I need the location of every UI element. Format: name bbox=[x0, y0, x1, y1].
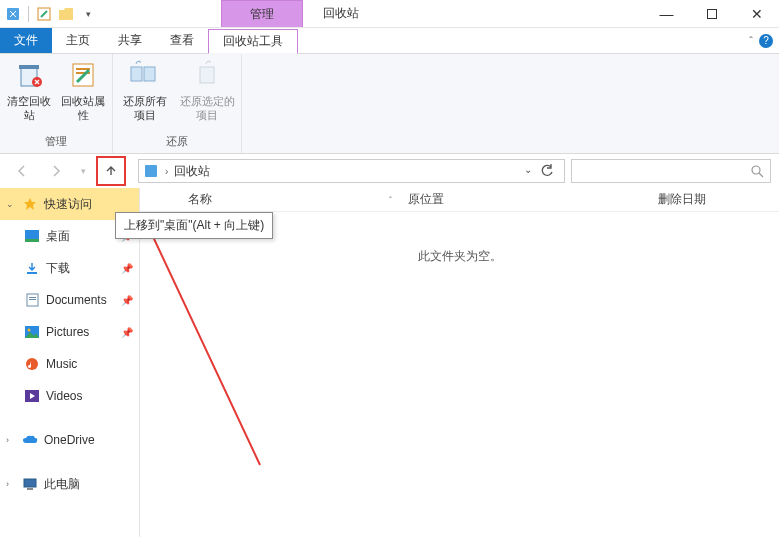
folder-icon[interactable] bbox=[57, 5, 75, 23]
svg-rect-19 bbox=[29, 299, 36, 300]
address-bar[interactable]: › 回收站 ⌄ bbox=[138, 159, 565, 183]
sidebar-item-pictures[interactable]: Pictures 📌 bbox=[18, 316, 139, 348]
title-bar: ▾ 管理 回收站 — ✕ bbox=[0, 0, 779, 28]
svg-rect-2 bbox=[707, 9, 716, 18]
pin-icon: 📌 bbox=[121, 263, 133, 274]
breadcrumb-item[interactable]: 回收站 bbox=[174, 163, 210, 180]
qat-dropdown-icon[interactable]: ▾ bbox=[79, 5, 97, 23]
contextual-tab-area: 管理 bbox=[221, 0, 303, 27]
star-icon bbox=[22, 196, 38, 212]
separator bbox=[28, 6, 29, 22]
svg-rect-9 bbox=[131, 67, 142, 81]
svg-point-13 bbox=[752, 166, 760, 174]
column-headers: 名称 ˆ 原位置 删除日期 bbox=[140, 188, 779, 212]
address-dropdown-icon[interactable]: ⌄ bbox=[524, 164, 532, 178]
window-title: 回收站 bbox=[303, 5, 644, 22]
content-area: ⌄ 快速访问 桌面 📌 下载 📌 Documents 📌 bbox=[0, 188, 779, 537]
svg-rect-4 bbox=[19, 65, 39, 69]
navigation-row: ▾ › 回收站 ⌄ bbox=[0, 154, 779, 188]
empty-recycle-icon bbox=[13, 58, 45, 90]
pin-icon: 📌 bbox=[121, 295, 133, 306]
onedrive-icon bbox=[22, 432, 38, 448]
up-button-tooltip: 上移到"桌面"(Alt + 向上键) bbox=[115, 212, 273, 239]
tab-share[interactable]: 共享 bbox=[104, 28, 156, 53]
tab-recycle-tools[interactable]: 回收站工具 bbox=[208, 29, 298, 54]
pictures-icon bbox=[24, 324, 40, 340]
svg-rect-25 bbox=[27, 488, 33, 490]
collapse-ribbon-icon[interactable]: ˆ bbox=[749, 35, 753, 47]
history-dropdown[interactable]: ▾ bbox=[76, 157, 90, 185]
sidebar-item-videos[interactable]: Videos bbox=[18, 380, 139, 412]
sidebar-item-this-pc[interactable]: › 此电脑 bbox=[0, 468, 139, 500]
up-button[interactable] bbox=[96, 156, 126, 186]
tab-file[interactable]: 文件 bbox=[0, 28, 52, 53]
recycle-properties-button[interactable]: 回收站属性 bbox=[60, 58, 106, 122]
expand-icon[interactable]: › bbox=[6, 435, 16, 445]
svg-point-21 bbox=[28, 329, 31, 332]
column-delete-date[interactable]: 删除日期 bbox=[650, 191, 779, 208]
ribbon-group-manage: 清空回收站 回收站属性 管理 bbox=[0, 54, 113, 153]
sidebar-item-downloads[interactable]: 下载 📌 bbox=[18, 252, 139, 284]
music-icon bbox=[24, 356, 40, 372]
properties-icon[interactable] bbox=[35, 5, 53, 23]
window-controls: — ✕ bbox=[644, 0, 779, 28]
forward-button[interactable] bbox=[42, 157, 70, 185]
svg-rect-18 bbox=[29, 297, 36, 298]
ribbon-tabs: 文件 主页 共享 查看 回收站工具 ˆ ? bbox=[0, 28, 779, 54]
expand-icon[interactable]: › bbox=[6, 479, 16, 489]
svg-rect-10 bbox=[144, 67, 155, 81]
sidebar-item-documents[interactable]: Documents 📌 bbox=[18, 284, 139, 316]
quick-access-toolbar: ▾ bbox=[0, 5, 101, 23]
sidebar-item-onedrive[interactable]: › OneDrive bbox=[0, 424, 139, 456]
documents-icon bbox=[24, 292, 40, 308]
restore-selected-icon bbox=[191, 58, 223, 90]
back-button[interactable] bbox=[8, 157, 36, 185]
navigation-pane: ⌄ 快速访问 桌面 📌 下载 📌 Documents 📌 bbox=[0, 188, 140, 537]
svg-point-22 bbox=[26, 358, 38, 370]
recycle-bin-icon bbox=[4, 5, 22, 23]
help-icon[interactable]: ? bbox=[759, 34, 773, 48]
tab-view[interactable]: 查看 bbox=[156, 28, 208, 53]
search-icon bbox=[750, 164, 764, 178]
sort-indicator-icon: ˆ bbox=[389, 195, 392, 205]
restore-all-button[interactable]: 还原所有项目 bbox=[119, 58, 171, 122]
ribbon-group-restore: 还原所有项目 还原选定的项目 还原 bbox=[113, 54, 242, 153]
context-tab-label: 管理 bbox=[221, 0, 303, 27]
tab-home[interactable]: 主页 bbox=[52, 28, 104, 53]
ribbon: 清空回收站 回收站属性 管理 还原所有项目 还原选定的 bbox=[0, 54, 779, 154]
this-pc-icon bbox=[22, 476, 38, 492]
svg-rect-14 bbox=[25, 230, 39, 239]
maximize-button[interactable] bbox=[689, 0, 734, 28]
pin-icon: 📌 bbox=[121, 327, 133, 338]
svg-rect-11 bbox=[200, 67, 214, 83]
search-box[interactable] bbox=[571, 159, 771, 183]
svg-rect-15 bbox=[25, 239, 39, 242]
main-pane: 名称 ˆ 原位置 删除日期 此文件夹为空。 bbox=[140, 188, 779, 537]
chevron-right-icon[interactable]: › bbox=[165, 166, 168, 177]
restore-all-icon bbox=[129, 58, 161, 90]
restore-selected-button[interactable]: 还原选定的项目 bbox=[179, 58, 235, 122]
svg-rect-12 bbox=[145, 165, 157, 177]
column-name[interactable]: 名称 ˆ bbox=[140, 191, 400, 208]
svg-rect-16 bbox=[27, 272, 37, 274]
desktop-icon bbox=[24, 228, 40, 244]
recycle-properties-icon bbox=[67, 58, 99, 90]
downloads-icon bbox=[24, 260, 40, 276]
refresh-icon[interactable] bbox=[540, 164, 554, 178]
close-button[interactable]: ✕ bbox=[734, 0, 779, 28]
minimize-button[interactable]: — bbox=[644, 0, 689, 28]
expand-icon[interactable]: ⌄ bbox=[6, 199, 16, 209]
videos-icon bbox=[24, 388, 40, 404]
recycle-bin-icon bbox=[143, 163, 159, 179]
sidebar-item-music[interactable]: Music bbox=[18, 348, 139, 380]
empty-recycle-button[interactable]: 清空回收站 bbox=[6, 58, 52, 122]
svg-rect-24 bbox=[24, 479, 36, 487]
column-original-location[interactable]: 原位置 bbox=[400, 191, 650, 208]
